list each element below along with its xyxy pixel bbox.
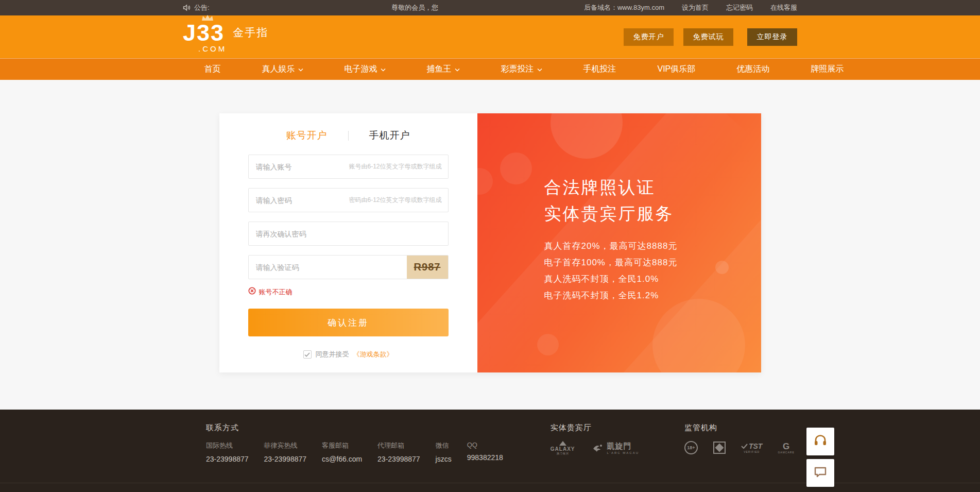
tab-mobile-register[interactable]: 手机开户 <box>369 129 410 142</box>
logo-com: .COM <box>183 45 227 53</box>
confirm-register-button[interactable]: 确认注册 <box>248 309 449 336</box>
topbar: 公告: 尊敬的会员，您 后备域名：www.83ym.com 设为首页 忘记密码 … <box>0 0 980 15</box>
promo-circle <box>715 261 729 274</box>
badge-gamcare-icon: G GAMCARE <box>778 442 794 454</box>
register-card: 账号开户 手机开户 账号由6-12位英文字母或数字组成 密码由6-12位英文字母… <box>219 113 761 372</box>
nav-item-slots[interactable]: 电子游戏 <box>324 64 406 75</box>
contacts-block: 联系方式 国际热线 23-23998877 菲律宾热线 23-23998877 … <box>206 423 519 463</box>
speaker-icon <box>183 4 191 11</box>
galaxy-macau-logo: GALAXY 澳门银河 <box>551 441 575 455</box>
free-register-button[interactable]: 免费开户 <box>624 28 674 46</box>
chevron-down-icon <box>381 67 386 72</box>
nav-item-license[interactable]: 牌照展示 <box>790 64 864 75</box>
crown-icon <box>201 14 214 23</box>
contact-intl-hotline: 国际热线 23-23998877 <box>206 441 249 463</box>
form-error: 账号不正确 <box>248 287 449 297</box>
larc-bird-icon <box>592 444 604 453</box>
announcement-label: 公告: <box>194 3 210 12</box>
logo-text: J33 <box>183 21 227 44</box>
game-terms-link[interactable]: 《游戏条款》 <box>353 350 393 359</box>
chevron-down-icon <box>298 67 303 72</box>
agree-checkbox[interactable] <box>303 350 312 359</box>
promo-line: 电子洗码不封顶，全民1.2% <box>544 287 678 304</box>
confirm-password-input[interactable] <box>249 222 448 245</box>
contact-service-email: 客服邮箱 cs@f66.com <box>322 441 362 463</box>
tab-account-register[interactable]: 账号开户 <box>286 129 328 142</box>
nav-item-fishing[interactable]: 捕鱼王 <box>406 64 480 75</box>
captcha-field-wrap: R987 <box>248 255 449 279</box>
headphones-icon <box>813 434 828 449</box>
chevron-down-icon <box>455 67 460 72</box>
captcha-image[interactable]: R987 <box>407 255 448 279</box>
contact-ph-hotline: 菲律宾热线 23-23998877 <box>264 441 307 463</box>
promo-headline-line2: 实体贵宾厅服务 <box>544 200 678 227</box>
username-field-wrap: 账号由6-12位英文字母或数字组成 <box>248 155 449 179</box>
username-input[interactable] <box>249 155 448 178</box>
header: J33 .COM 金手指 免费开户 免费试玩 立即登录 <box>0 15 980 58</box>
promo-circle <box>477 168 493 195</box>
chevron-down-icon <box>537 67 542 72</box>
chat-bubble-icon <box>814 466 827 480</box>
password-input[interactable] <box>249 189 448 212</box>
tab-divider <box>348 131 349 141</box>
footer: 联系方式 国际热线 23-23998877 菲律宾热线 23-23998877 … <box>0 410 980 492</box>
error-icon <box>248 287 256 297</box>
logo-cn-name: 金手指 <box>233 25 268 40</box>
nav-item-lottery[interactable]: 彩票投注 <box>480 64 563 75</box>
regulator-title: 监管机构 <box>684 423 795 433</box>
contact-qq: QQ 998382218 <box>467 441 503 463</box>
password-field-wrap: 密码由6-12位英文字母或数字组成 <box>248 188 449 212</box>
error-message: 账号不正确 <box>259 287 293 297</box>
promo-line: 真人首存20%，最高可达8888元 <box>544 238 678 255</box>
promo-circle <box>500 152 532 184</box>
badge-tst-icon: TST VERIFIED <box>741 442 762 453</box>
captcha-input[interactable] <box>249 256 407 279</box>
nav-item-vip-club[interactable]: VIP俱乐部 <box>637 64 716 75</box>
vip-title: 实体贵宾厅 <box>551 423 639 433</box>
main-content: 账号开户 手机开户 账号由6-12位英文字母或数字组成 密码由6-12位英文字母… <box>0 80 980 410</box>
set-homepage-link[interactable]: 设为首页 <box>682 3 709 12</box>
contact-wechat: 微信 jszcs <box>436 441 452 463</box>
chat-button[interactable] <box>806 459 834 487</box>
announcement: 公告: <box>183 3 210 12</box>
nav-item-live-casino[interactable]: 真人娱乐 <box>242 64 324 75</box>
login-button[interactable]: 立即登录 <box>747 28 797 46</box>
badge-18plus-icon: 18+ <box>684 441 698 454</box>
larc-macau-logo: 凱旋門 L'ARC MACAU <box>592 442 639 454</box>
contact-agent-email: 代理邮箱 23-23998877 <box>377 441 420 463</box>
site-logo[interactable]: J33 .COM 金手指 <box>183 21 268 53</box>
nav-item-promotions[interactable]: 优惠活动 <box>716 64 790 75</box>
main-nav: 首页 真人娱乐 电子游戏 捕鱼王 彩票投注 手机投注 VIP俱乐部 <box>0 58 980 80</box>
register-form-panel: 账号开户 手机开户 账号由6-12位英文字母或数字组成 密码由6-12位英文字母… <box>219 113 477 372</box>
regulators-block: 监管机构 18+ TST VERIFIED G GAMCARE <box>684 423 795 463</box>
promo-banner: 合法牌照认证 实体贵宾厅服务 真人首存20%，最高可达8888元 电子首存100… <box>477 113 761 372</box>
contact-title: 联系方式 <box>206 423 519 433</box>
forgot-password-link[interactable]: 忘记密码 <box>726 3 753 12</box>
agree-label: 同意并接受 <box>316 350 349 359</box>
nav-item-mobile-betting[interactable]: 手机投注 <box>563 64 637 75</box>
backup-domain-link[interactable]: 后备域名：www.83ym.com <box>584 3 664 12</box>
confirm-password-field-wrap <box>248 222 449 246</box>
badge-seal-icon <box>713 442 726 454</box>
promo-headline-line1: 合法牌照认证 <box>544 174 678 200</box>
promo-line: 真人洗码不封顶，全民1.0% <box>544 271 678 287</box>
member-greeting: 尊敬的会员，您 <box>391 3 438 12</box>
promo-line: 电子首存100%，最高可达888元 <box>544 255 678 271</box>
promo-circle <box>537 334 559 355</box>
nav-item-home[interactable]: 首页 <box>184 64 242 75</box>
free-trial-button[interactable]: 免费试玩 <box>683 28 733 46</box>
online-service-link[interactable]: 在线客服 <box>770 3 797 12</box>
vip-block: 实体贵宾厅 GALAXY 澳门银河 凱旋門 <box>551 423 639 463</box>
customer-service-button[interactable] <box>806 428 834 455</box>
promo-circle <box>551 113 623 159</box>
